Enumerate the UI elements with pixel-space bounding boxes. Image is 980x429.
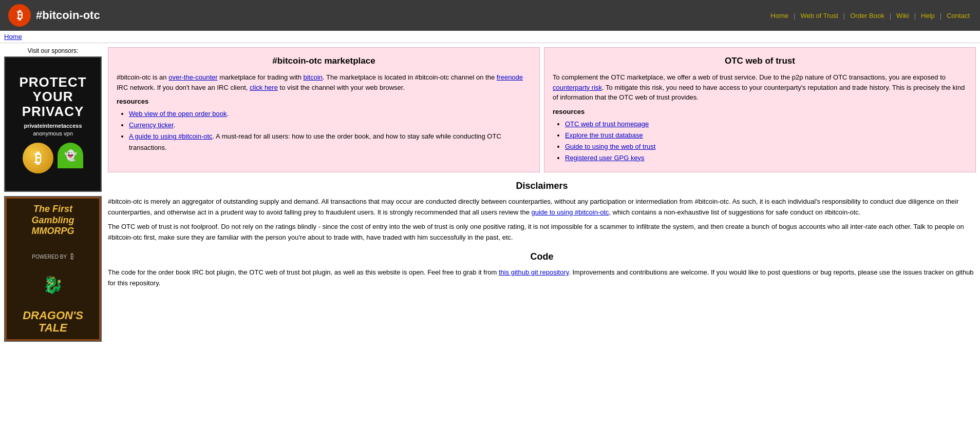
disclaimers-title: Disclaimers (108, 181, 976, 191)
code-section: Code The code for the order book IRC bot… (108, 251, 976, 289)
link-freenode[interactable]: freenode (497, 73, 523, 81)
list-item: Guide to using the web of trust (565, 141, 967, 152)
wot-paragraph: To complement the OTC marketplace, we of… (553, 72, 967, 103)
nav-orderbook[interactable]: Order Book (848, 11, 886, 21)
link-web-view[interactable]: Web view of the open order book (129, 110, 227, 118)
main-nav: Home | Web of Trust | Order Book | Wiki … (768, 11, 972, 21)
link-guide-wot[interactable]: Guide to using the web of trust (565, 143, 655, 150)
sponsor-2-title: The FirstGamblingMMORPG (31, 204, 74, 237)
page-wrap: Visit our sponsors: PROTECTYOURPRIVACY p… (0, 43, 980, 350)
marketplace-paragraph: #bitcoin-otc is an over-the-counter mark… (117, 72, 531, 92)
wot-title: OTC web of trust (553, 56, 967, 66)
nav-contact[interactable]: Contact (945, 11, 972, 21)
disclaimers-section: Disclaimers #bitcoin-otc is merely an ag… (108, 181, 976, 243)
list-item: Currency ticker. (129, 120, 531, 131)
marketplace-resources-list: Web view of the open order book. Currenc… (117, 108, 531, 153)
link-gpg-keys[interactable]: Registered user GPG keys (565, 154, 645, 162)
header-logo: ₿ #bitcoin-otc (8, 4, 100, 27)
wot-resources-list: OTC web of trust homepage Explore the tr… (553, 119, 967, 164)
wot-card: OTC web of trust To complement the OTC m… (544, 47, 976, 172)
sponsor-1-box[interactable]: PROTECTYOURPRIVACY privateinternetaccess… (4, 56, 102, 192)
link-github[interactable]: this github git repository (499, 268, 569, 276)
list-item: Registered user GPG keys (565, 152, 967, 164)
nav-sep-4: | (914, 12, 916, 20)
link-bitcoin[interactable]: bitcoin (303, 73, 323, 81)
list-item: A guide to using #bitcoin-otc. A must-re… (129, 131, 531, 153)
disclaimers-para1: #bitcoin-otc is merely an aggregator of … (108, 197, 976, 218)
list-item: OTC web of trust homepage (565, 119, 967, 130)
breadcrumb-bar: Home (0, 31, 980, 43)
wot-resources-label: resources (553, 108, 967, 115)
ghost-icon: 👻 (58, 143, 83, 168)
bitcoin-logo-icon: ₿ (8, 4, 31, 27)
sponsor-2-content: The FirstGamblingMMORPG POWERED BY ₿ 🐉 D… (5, 197, 101, 341)
link-wot-homepage[interactable]: OTC web of trust homepage (565, 120, 649, 128)
nav-sep-3: | (890, 12, 891, 20)
nav-wot[interactable]: Web of Trust (798, 11, 840, 21)
sponsor-2-box[interactable]: The FirstGamblingMMORPG POWERED BY ₿ 🐉 D… (4, 196, 102, 342)
sponsor-2-sub: POWERED BY ₿ (32, 252, 73, 260)
bitcoin-coin-icon: ₿ (23, 143, 53, 173)
link-otc[interactable]: over-the-counter (168, 73, 217, 81)
link-currency-ticker[interactable]: Currency ticker (129, 121, 174, 129)
link-guide[interactable]: A guide to using #bitcoin-otc (129, 132, 213, 140)
disclaimers-para2: The OTC web of trust is not foolproof. D… (108, 222, 976, 243)
marketplace-card: #bitcoin-otc marketplace #bitcoin-otc is… (108, 47, 540, 172)
link-click-here[interactable]: click here (250, 84, 278, 91)
sponsor-2-logo: DRAGON'STALE (23, 309, 83, 334)
main-content: #bitcoin-otc marketplace #bitcoin-otc is… (108, 47, 976, 346)
list-item: Web view of the open order book. (129, 108, 531, 120)
nav-sep-5: | (940, 12, 941, 20)
marketplace-title: #bitcoin-otc marketplace (117, 56, 531, 66)
sponsor-1-content: PROTECTYOURPRIVACY privateinternetaccess… (5, 57, 101, 191)
sponsors-label: Visit our sponsors: (4, 47, 102, 54)
sponsor-1-sub: privateinternetaccess anonymous vpn (24, 122, 82, 138)
code-title: Code (108, 251, 976, 262)
cards-row: #bitcoin-otc marketplace #bitcoin-otc is… (108, 47, 976, 172)
nav-wiki[interactable]: Wiki (894, 11, 911, 21)
link-counterparty-risk[interactable]: counterparty risk (553, 84, 602, 91)
link-trust-db[interactable]: Explore the trust database (565, 131, 643, 139)
link-disclaimers-guide[interactable]: guide to using #bitcoin-otc (531, 208, 609, 216)
dragon-icon: 🐉 (43, 275, 63, 295)
nav-home[interactable]: Home (768, 11, 790, 21)
sponsor-1-title: PROTECTYOURPRIVACY (19, 75, 86, 119)
nav-sep-2: | (843, 12, 845, 20)
sponsor-1-icons: ₿ 👻 (23, 143, 83, 173)
breadcrumb-home[interactable]: Home (4, 33, 22, 41)
nav-sep-1: | (794, 12, 795, 20)
code-paragraph: The code for the order book IRC bot plug… (108, 267, 976, 289)
marketplace-resources-label: resources (117, 98, 531, 105)
list-item: Explore the trust database (565, 130, 967, 141)
header: ₿ #bitcoin-otc Home | Web of Trust | Ord… (0, 0, 980, 31)
sidebar: Visit our sponsors: PROTECTYOURPRIVACY p… (4, 47, 102, 346)
nav-help[interactable]: Help (919, 11, 937, 21)
site-title: #bitcoin-otc (36, 9, 100, 22)
